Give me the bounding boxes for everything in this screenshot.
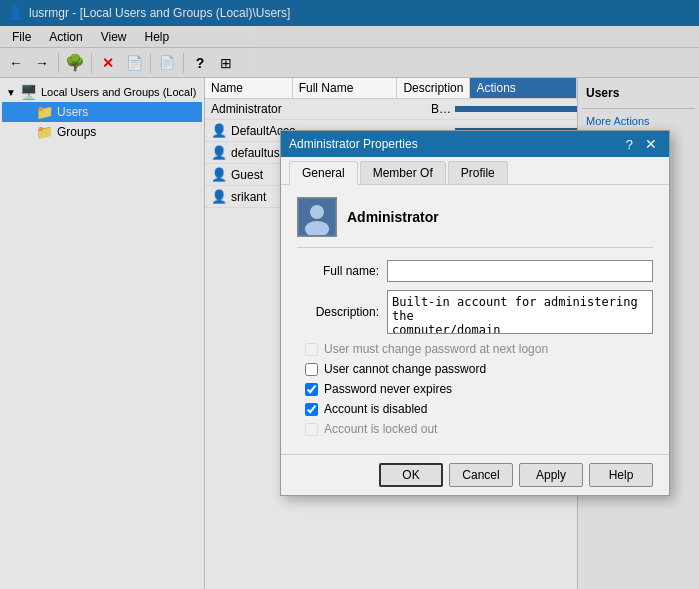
fullname-input[interactable] bbox=[387, 260, 653, 282]
avatar bbox=[297, 197, 337, 237]
checkbox-account-locked-out: Account is locked out bbox=[297, 422, 653, 436]
fullname-label: Full name: bbox=[297, 264, 387, 278]
dialog-content: Administrator Full name: Description: Bu… bbox=[281, 185, 669, 454]
cannot-change-password-checkbox[interactable] bbox=[305, 363, 318, 376]
description-input[interactable]: Built-in account for administering the c… bbox=[387, 290, 653, 334]
dialog-help-button[interactable]: ? bbox=[622, 137, 637, 152]
list-header: Name Full Name Description Actions bbox=[205, 78, 577, 99]
checkbox-account-disabled: Account is disabled bbox=[297, 402, 653, 416]
must-change-password-label: User must change password at next logon bbox=[324, 342, 548, 356]
tab-member-of[interactable]: Member Of bbox=[360, 161, 446, 184]
checkbox-must-change-password: User must change password at next logon bbox=[297, 342, 653, 356]
fullname-row: Full name: bbox=[297, 260, 653, 282]
apply-button[interactable]: Apply bbox=[519, 463, 583, 487]
cannot-change-password-label: User cannot change password bbox=[324, 362, 486, 376]
help-button[interactable]: Help bbox=[589, 463, 653, 487]
must-change-password-checkbox[interactable] bbox=[305, 343, 318, 356]
dialog-administrator-properties: Administrator Properties ? ✕ General Mem… bbox=[280, 130, 670, 496]
checkbox-password-never-expires: Password never expires bbox=[297, 382, 653, 396]
password-never-expires-checkbox[interactable] bbox=[305, 383, 318, 396]
dialog-footer: OK Cancel Apply Help bbox=[281, 454, 669, 495]
dialog-titlebar: Administrator Properties ? ✕ bbox=[281, 131, 669, 157]
col-header-actions: Actions bbox=[470, 78, 577, 98]
svg-point-1 bbox=[310, 205, 324, 219]
account-disabled-checkbox[interactable] bbox=[305, 403, 318, 416]
password-never-expires-label: Password never expires bbox=[324, 382, 452, 396]
user-header: Administrator bbox=[297, 197, 653, 248]
tab-general[interactable]: General bbox=[289, 161, 358, 185]
col-header-description[interactable]: Description bbox=[397, 78, 470, 98]
dialog-close-button[interactable]: ✕ bbox=[641, 136, 661, 152]
dialog-user-name: Administrator bbox=[347, 209, 439, 225]
col-header-fullname[interactable]: Full Name bbox=[293, 78, 398, 98]
ok-button[interactable]: OK bbox=[379, 463, 443, 487]
dialog-controls: ? ✕ bbox=[622, 136, 661, 152]
dialog-title: Administrator Properties bbox=[289, 137, 418, 151]
account-locked-out-label: Account is locked out bbox=[324, 422, 437, 436]
account-disabled-label: Account is disabled bbox=[324, 402, 427, 416]
tab-bar: General Member Of Profile bbox=[281, 157, 669, 185]
checkbox-cannot-change-password: User cannot change password bbox=[297, 362, 653, 376]
description-label: Description: bbox=[297, 305, 387, 319]
account-locked-out-checkbox[interactable] bbox=[305, 423, 318, 436]
col-header-name[interactable]: Name bbox=[205, 78, 293, 98]
tab-profile[interactable]: Profile bbox=[448, 161, 508, 184]
description-row: Description: Built-in account for admini… bbox=[297, 290, 653, 334]
avatar-icon bbox=[299, 199, 335, 235]
cancel-button[interactable]: Cancel bbox=[449, 463, 513, 487]
